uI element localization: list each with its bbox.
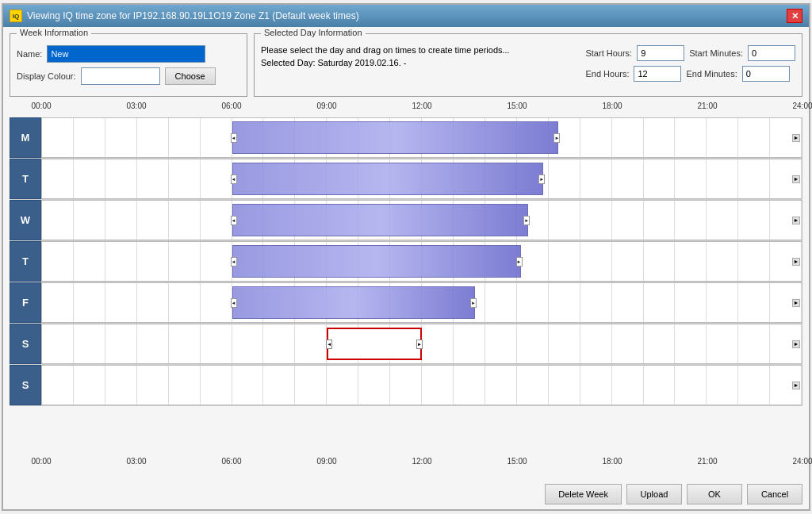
time-cell-3-19	[644, 242, 676, 281]
time-label-1: 03:00	[126, 457, 146, 466]
time-cell-3-18	[612, 242, 644, 281]
time-cell-2-0	[42, 201, 74, 240]
time-cell-3-22	[738, 242, 770, 281]
time-cell-6-13	[454, 366, 485, 405]
delete-week-button[interactable]: Delete Week	[545, 484, 622, 504]
day-timeline-0[interactable]: ◄►►	[41, 117, 802, 158]
time-cell-5-19	[644, 324, 676, 363]
start-minutes-input[interactable]	[748, 45, 795, 61]
day-timeline-3[interactable]: ◄►►	[41, 241, 802, 282]
day-timeline-6[interactable]: ►	[41, 365, 802, 405]
cancel-button[interactable]: Cancel	[747, 484, 802, 504]
ok-button[interactable]: OK	[687, 484, 742, 504]
time-label-3: 09:00	[316, 102, 336, 110]
name-input[interactable]	[47, 45, 205, 63]
upload-button[interactable]: Upload	[626, 484, 682, 504]
end-hours-input[interactable]	[634, 66, 681, 82]
day-row-0[interactable]: M◄►►	[10, 117, 802, 159]
end-minutes-input[interactable]	[742, 66, 790, 82]
choose-button[interactable]: Choose	[165, 67, 216, 85]
scroll-right-3[interactable]: ►	[792, 258, 800, 266]
block-handle-right-1[interactable]: ►	[538, 175, 545, 184]
colour-label: Display Colour:	[17, 71, 76, 81]
time-label-0: 00:00	[31, 457, 51, 466]
time-fields: Start Hours: Start Minutes: End Hours: E…	[585, 45, 795, 82]
main-content: Week Information Name: Display Colour: C…	[3, 27, 809, 479]
red-block-handle-right-5[interactable]: ►	[416, 339, 423, 349]
footer: Delete Week Upload OK Cancel	[3, 479, 809, 509]
time-label-2: 06:00	[221, 457, 241, 466]
time-cell-4-21	[707, 283, 738, 322]
time-cell-0-3	[137, 118, 169, 157]
scroll-right-1[interactable]: ►	[792, 175, 800, 183]
time-cell-3-1	[74, 242, 105, 281]
close-button[interactable]: ✕	[787, 9, 802, 23]
time-cell-4-0	[42, 283, 74, 322]
day-row-1[interactable]: T◄►►	[10, 159, 802, 200]
day-timeline-5[interactable]: ◄►►	[41, 324, 802, 364]
block-handle-right-2[interactable]: ►	[523, 216, 530, 225]
day-timeline-4[interactable]: ◄►►	[41, 282, 802, 323]
time-cell-4-1	[74, 283, 105, 322]
time-cell-1-17	[580, 159, 612, 198]
time-cell-6-16	[549, 366, 580, 405]
time-cell-6-21	[707, 366, 738, 405]
day-row-6[interactable]: S►	[10, 365, 802, 406]
app-icon: IQ	[10, 10, 22, 22]
time-cell-0-2	[105, 118, 137, 157]
day-label-6: S	[10, 365, 41, 405]
time-cell-0-0	[42, 118, 74, 157]
day-row-2[interactable]: W◄►►	[10, 200, 802, 241]
time-cell-5-7	[263, 324, 295, 363]
time-label-3: 09:00	[316, 457, 336, 466]
day-label-2: W	[10, 200, 41, 240]
blue-block-0[interactable]: ◄►	[232, 121, 559, 154]
time-cell-2-17	[580, 201, 612, 240]
block-handle-right-3[interactable]: ►	[516, 257, 523, 267]
time-cell-0-21	[707, 118, 738, 157]
day-row-3[interactable]: T◄►►	[10, 241, 802, 282]
time-cell-5-6	[232, 324, 264, 363]
block-handle-right-4[interactable]: ►	[470, 298, 477, 308]
scroll-right-6[interactable]: ►	[792, 382, 800, 389]
blue-block-1[interactable]: ◄►	[232, 163, 544, 195]
day-row-4[interactable]: F◄►►	[10, 282, 802, 324]
time-cell-2-4	[169, 201, 201, 240]
time-cell-5-16	[549, 324, 580, 363]
block-handle-left-3[interactable]: ◄	[231, 257, 237, 267]
day-row-5[interactable]: S◄►►	[10, 324, 802, 365]
blue-block-4[interactable]: ◄►	[232, 286, 476, 319]
time-cell-6-14	[485, 366, 517, 405]
day-timeline-2[interactable]: ◄►►	[41, 200, 802, 240]
time-cell-6-8	[295, 366, 327, 405]
red-block-handle-left-5[interactable]: ◄	[326, 339, 332, 349]
time-cell-1-3	[137, 159, 169, 198]
red-block-5[interactable]: ◄►	[327, 328, 422, 360]
colour-input[interactable]	[81, 67, 160, 85]
time-cell-5-22	[738, 324, 770, 363]
time-cell-5-14	[485, 324, 517, 363]
time-cell-3-2	[105, 242, 137, 281]
start-hours-label: Start Hours:	[585, 48, 632, 58]
time-cell-1-4	[169, 159, 201, 198]
block-handle-left-0[interactable]: ◄	[231, 133, 237, 143]
start-hours-input[interactable]	[637, 45, 684, 61]
time-cell-1-22	[738, 159, 770, 198]
block-handle-left-2[interactable]: ◄	[231, 216, 237, 225]
blue-block-3[interactable]: ◄►	[232, 245, 521, 278]
scroll-right-0[interactable]: ►	[792, 134, 800, 142]
scroll-right-4[interactable]: ►	[792, 299, 800, 307]
week-info-legend: Week Information	[17, 28, 91, 37]
blue-block-2[interactable]: ◄►	[232, 204, 529, 236]
block-handle-left-4[interactable]: ◄	[231, 298, 237, 308]
block-handle-right-0[interactable]: ►	[553, 133, 560, 143]
day-timeline-1[interactable]: ◄►►	[41, 159, 802, 199]
block-handle-left-1[interactable]: ◄	[231, 175, 237, 184]
time-cell-1-0	[42, 159, 74, 198]
time-cell-6-20	[675, 366, 707, 405]
scroll-right-5[interactable]: ►	[792, 340, 800, 348]
scroll-right-2[interactable]: ►	[792, 217, 800, 224]
time-cell-0-18	[612, 118, 644, 157]
time-label-6: 18:00	[602, 457, 622, 466]
time-cell-5-18	[612, 324, 644, 363]
